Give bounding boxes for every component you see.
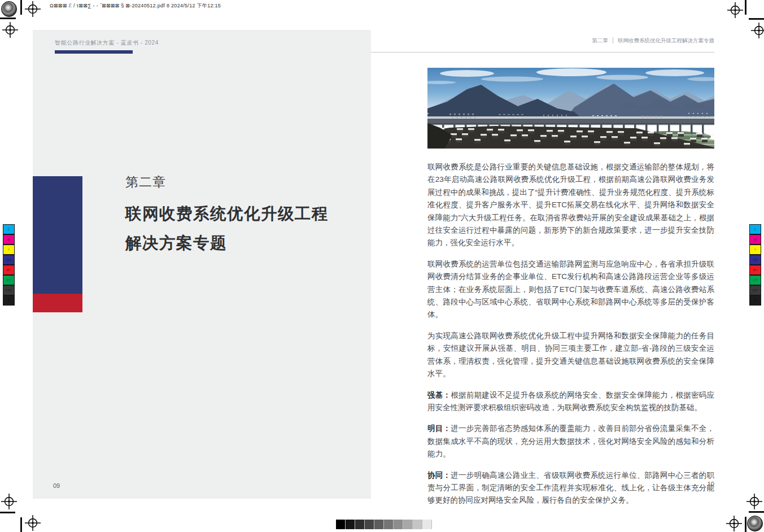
grayscale-swatch	[394, 520, 403, 529]
crop-line	[745, 517, 746, 532]
registration-mark-icon	[727, 2, 743, 18]
crop-line	[0, 18, 16, 19]
color-swatch-cmy: CMY	[3, 285, 15, 295]
paragraph: 明目：进一步完善部省态势感知体系的覆盖能力，改善目前部分省份流量采集不全，数据集…	[427, 422, 714, 460]
color-swatch-y: Y	[3, 245, 15, 255]
crop-line	[20, 0, 22, 15]
crop-line	[20, 517, 22, 532]
registration-mark-icon	[25, 515, 41, 531]
crop-line	[749, 18, 764, 20]
chapter-title-line2: 解决方案专题	[125, 228, 363, 258]
file-info-slug: Ω⊠⊠⊠ ℰ / τ⊠⊠∑ - - ˝⊠⊠⊠⊠ § ⊠-20240512.pdf…	[50, 2, 221, 10]
color-swatch-k: K	[3, 295, 15, 306]
cmyk-color-bar-right: CMYCMMYCYCMYK	[749, 224, 761, 306]
page-number-right: 10	[697, 481, 714, 487]
paragraph-text: 根据前期建设不足提升各级系统的网络安全、数据安全保障能力，根据密码应用安全性测评…	[427, 391, 714, 412]
running-header-left: 智能公路行业解决方案 - 蓝皮书 - 2024	[55, 39, 159, 47]
paragraph: 联网收费系统的运营单位包括交通运输部路网监测与应急响应中心，各省承担升级联网收费…	[427, 258, 714, 321]
registration-mark-icon	[726, 516, 742, 531]
color-swatch-y: Y	[749, 245, 761, 255]
chapter-title-line1: 联网收费系统优化升级工程	[125, 199, 363, 228]
grayscale-swatch	[336, 520, 346, 529]
grayscale-calibration-bar	[336, 520, 432, 529]
color-swatch-cy: CY	[749, 275, 761, 285]
print-target-circle-bottom-right	[747, 516, 763, 531]
paragraph: 协同：进一步明确高速公路业主、省级联网收费系统运行单位、部路网中心三者的职责与分…	[427, 469, 714, 507]
grayscale-swatch	[365, 520, 374, 529]
crop-line	[745, 0, 746, 15]
crop-line	[749, 511, 764, 513]
grayscale-swatch	[346, 520, 355, 529]
left-page: 智能公路行业解决方案 - 蓝皮书 - 2024 第二章 联网收费系统优化升级工程…	[33, 30, 371, 499]
color-swatch-my: MY	[3, 265, 15, 275]
photo-bridge-deck	[427, 119, 714, 124]
paragraph-lead: 强基：	[427, 391, 451, 399]
paragraph: 为实现高速公路联网收费系统优化升级工程中提升网络和数据安全保障能力的任务目标，安…	[427, 330, 714, 381]
paragraph: 联网收费系统是公路行业重要的关键信息基础设施，根据交通运输部的整体规划，将在23…	[427, 161, 714, 250]
header-accent-bar	[55, 50, 133, 54]
grayscale-swatch	[374, 520, 384, 529]
grayscale-swatch	[355, 520, 365, 529]
paragraph-text: 联网收费系统的运营单位包括交通运输部路网监测与应急响应中心，各省承担升级联网收费…	[427, 260, 714, 319]
pdf-spread-canvas: Ω⊠⊠⊠ ℰ / τ⊠⊠∑ - - ˝⊠⊠⊠⊠ § ⊠-20240512.pdf…	[0, 0, 764, 532]
paragraph-text: 进一步明确高速公路业主、省级联网收费系统运行单位、部路网中心三者的职责与分工界面…	[427, 471, 714, 505]
cmyk-color-bar-left: CMYCMMYCYCMYK	[3, 224, 15, 306]
color-swatch-m: M	[3, 234, 15, 245]
grayscale-swatch	[413, 520, 422, 529]
crop-line	[0, 512, 15, 513]
paragraph-text: 为实现高速公路联网收费系统优化升级工程中提升网络和数据安全保障能力的任务目标，安…	[427, 332, 714, 378]
registration-mark-icon	[746, 494, 762, 509]
running-header-right: 第二章联网收费系统优化升级工程解决方案专题	[427, 37, 714, 45]
grayscale-swatch	[403, 520, 413, 529]
color-swatch-c: C	[749, 224, 761, 234]
print-target-circle-top-left	[1, 1, 17, 17]
grayscale-swatch	[384, 520, 394, 529]
paragraph-text: 联网收费系统是公路行业重要的关键信息基础设施，根据交通运输部的整体规划，将在23…	[427, 163, 714, 247]
photo-illustration	[427, 68, 714, 149]
body-text: 联网收费系统是公路行业重要的关键信息基础设施，根据交通运输部的整体规划，将在23…	[427, 161, 714, 516]
paragraph: 强基：根据前期建设不足提升各级系统的网络安全、数据安全保障能力，根据密码应用安全…	[427, 389, 714, 415]
photo-bridge-shadow	[427, 124, 714, 125]
paragraph-lead: 协同：	[427, 471, 451, 479]
color-swatch-cm: CM	[749, 255, 761, 265]
running-header-chapter: 第二章	[592, 37, 609, 43]
color-swatch-cmy: CMY	[749, 285, 761, 295]
color-swatch-k: K	[749, 295, 761, 306]
chapter-accent-block	[33, 176, 82, 312]
color-swatch-my: MY	[749, 265, 761, 275]
header-divider	[613, 37, 613, 43]
color-swatch-cm: CM	[3, 255, 15, 265]
accent-blue-rect	[33, 176, 82, 294]
color-swatch-m: M	[749, 234, 761, 245]
chapter-title: 联网收费系统优化升级工程 解决方案专题	[125, 199, 363, 258]
color-swatch-c: C	[3, 224, 15, 234]
running-header-title: 联网收费系统优化升级工程解决方案专题	[618, 37, 714, 43]
chapter-label: 第二章	[125, 173, 166, 191]
page-number-left: 09	[53, 482, 60, 489]
registration-mark-icon	[751, 23, 764, 38]
paragraph-text: 进一步完善部省态势感知体系的覆盖能力，改善目前部分省份流量采集不全，数据集成水平…	[427, 424, 714, 458]
color-swatch-cy: CY	[3, 275, 15, 285]
registration-mark-icon	[25, 1, 41, 17]
grayscale-swatch	[422, 520, 432, 529]
chapter-photo	[427, 68, 714, 149]
registration-mark-icon	[1, 494, 17, 509]
paragraph-lead: 明目：	[427, 424, 451, 433]
accent-red-rect	[33, 294, 82, 312]
registration-mark-icon	[2, 22, 18, 38]
